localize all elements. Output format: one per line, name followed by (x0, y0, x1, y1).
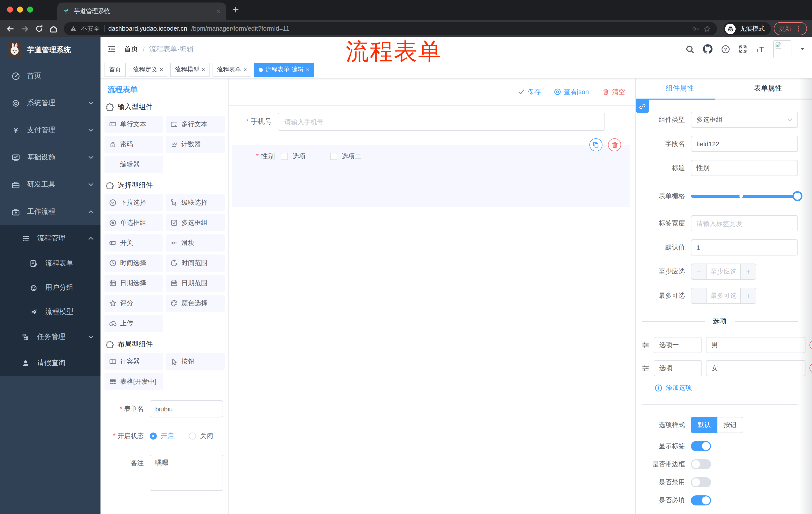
status-on-radio[interactable] (150, 433, 157, 439)
sidebar-item-1[interactable]: 系统管理 (0, 89, 100, 117)
delete-component-button[interactable] (608, 138, 621, 152)
phone-input[interactable] (278, 113, 605, 131)
checkbox-box[interactable] (281, 153, 288, 160)
sidebar-item-2[interactable]: ¥支付管理 (0, 117, 100, 144)
tag-4[interactable]: 流程表单-编辑× (255, 63, 314, 77)
sidebar-item-3[interactable]: 基础设施 (0, 144, 100, 171)
back-button[interactable] (6, 24, 14, 33)
component-item[interactable]: 滑块 (166, 234, 225, 251)
stepper-minus-button[interactable]: − (691, 288, 707, 303)
component-item[interactable]: 多行文本 (166, 116, 225, 133)
fullscreen-icon[interactable] (738, 45, 747, 53)
update-button[interactable]: 更新 (774, 22, 807, 35)
form-remark-textarea[interactable]: 嘿嘿 (150, 455, 223, 491)
tag-0[interactable]: 首页 (105, 63, 126, 77)
component-item[interactable]: 上传 (105, 315, 163, 332)
style-button-button[interactable]: 按钮 (717, 417, 743, 433)
copy-component-button[interactable] (589, 138, 603, 152)
window-zoom-button[interactable] (27, 6, 33, 12)
stepper-value[interactable]: 最多可选 (707, 288, 740, 303)
component-item[interactable]: 评分 (105, 295, 163, 312)
github-icon[interactable] (703, 44, 713, 54)
stepper-plus-button[interactable]: + (740, 264, 756, 279)
stepper-value[interactable]: 至少应选 (707, 264, 740, 279)
sidebar-item-4[interactable]: 研发工具 (0, 171, 100, 198)
breadcrumb-home[interactable]: 首页 (124, 45, 138, 54)
slider-handle[interactable] (792, 191, 803, 201)
status-off-radio[interactable] (189, 433, 196, 439)
component-item[interactable]: 表格[开发中] (105, 373, 163, 390)
component-item[interactable]: 123计数器 (166, 136, 225, 153)
with-border-switch[interactable] (691, 459, 711, 469)
component-item[interactable]: 编辑器 (105, 156, 163, 173)
url-bar[interactable]: 不安全 dashboard.yudao.iocoder.cn/bpm/manag… (64, 22, 717, 35)
component-item[interactable]: 行容器 (105, 353, 163, 370)
help-icon[interactable]: ? (721, 45, 730, 54)
save-button[interactable]: 保存 (518, 87, 541, 96)
option-label-input[interactable] (654, 360, 702, 376)
form-grid-slider[interactable] (691, 188, 798, 204)
link-drawer-tab[interactable] (636, 100, 649, 113)
clear-button[interactable]: 清空 (602, 87, 625, 96)
sidebar-item-8[interactable]: 用户分组 (0, 276, 100, 300)
remove-option-button[interactable] (810, 340, 812, 350)
component-item[interactable]: 日期选择 (105, 275, 163, 292)
component-item[interactable]: 开关 (105, 234, 163, 251)
canvas-field-phone[interactable]: 手机号 (229, 113, 635, 131)
required-switch[interactable] (691, 495, 711, 506)
forward-button[interactable] (21, 24, 29, 33)
status-on-label[interactable]: 开启 (161, 432, 174, 440)
bookmark-star-icon[interactable] (703, 25, 711, 32)
tab-component-props[interactable]: 组件属性 (636, 78, 724, 99)
component-item[interactable]: 单选框组 (105, 214, 163, 231)
option-value-input[interactable] (706, 360, 806, 376)
sidebar-item-10[interactable]: 任务管理 (0, 324, 100, 350)
password-key-icon[interactable] (692, 25, 699, 32)
disabled-switch[interactable] (691, 477, 711, 487)
component-item[interactable]: 时间选择 (105, 254, 163, 272)
component-item[interactable]: 多选框组 (166, 214, 225, 231)
tag-close-icon[interactable]: × (202, 67, 205, 73)
gender-checkbox-0[interactable]: 选项一 (281, 152, 312, 161)
default-value-input[interactable] (691, 239, 798, 255)
tag-2[interactable]: 流程模型× (171, 63, 209, 77)
sidebar-item-0[interactable]: 首页 (0, 62, 100, 89)
browser-tab[interactable]: 芋道管理系统 (57, 2, 226, 20)
home-button[interactable] (49, 24, 58, 33)
add-option-button[interactable]: 添加选项 (655, 383, 798, 392)
component-item[interactable]: 颜色选择 (166, 295, 225, 312)
style-default-button[interactable]: 默认 (691, 417, 717, 433)
component-type-select[interactable]: 多选框组 (691, 112, 798, 128)
component-item[interactable]: 密码 (105, 136, 163, 153)
sidebar-item-11[interactable]: 请假查询 (0, 350, 100, 376)
stepper-plus-button[interactable]: + (740, 288, 756, 303)
new-tab-button[interactable] (232, 6, 239, 13)
component-item[interactable]: 级联选择 (166, 194, 225, 211)
avatar[interactable] (773, 40, 791, 58)
reload-button[interactable] (35, 25, 43, 33)
window-minimize-button[interactable] (17, 6, 23, 12)
status-off-label[interactable]: 关闭 (200, 432, 213, 440)
app-logo[interactable]: 芋道管理系统 (0, 37, 100, 62)
search-icon[interactable] (685, 45, 694, 54)
tag-3[interactable]: 流程表单× (212, 63, 252, 77)
component-item[interactable]: 日期范围 (166, 275, 225, 292)
show-label-switch[interactable] (691, 441, 711, 451)
stepper-minus-button[interactable]: − (691, 264, 707, 279)
sidebar-item-6[interactable]: 流程管理 (0, 225, 100, 251)
remove-option-button[interactable] (810, 363, 812, 373)
component-item[interactable]: 时间范围 (166, 254, 225, 272)
component-item[interactable]: 单行文本 (105, 116, 163, 133)
option-label-input[interactable] (654, 337, 702, 353)
tag-1[interactable]: 流程定义× (128, 63, 168, 77)
sidebar-item-7[interactable]: 流程表单 (0, 251, 100, 276)
field-name-input[interactable] (691, 136, 798, 152)
gender-checkbox-1[interactable]: 选项二 (330, 152, 361, 161)
tab-close-icon[interactable] (215, 8, 221, 14)
sidebar-collapse-icon[interactable] (108, 45, 116, 53)
window-close-button[interactable] (7, 6, 13, 12)
checkbox-box[interactable] (330, 153, 337, 160)
component-item[interactable]: 下拉选择 (105, 194, 163, 211)
label-width-input[interactable] (691, 215, 798, 231)
browser-menu-icon[interactable] (795, 25, 802, 32)
